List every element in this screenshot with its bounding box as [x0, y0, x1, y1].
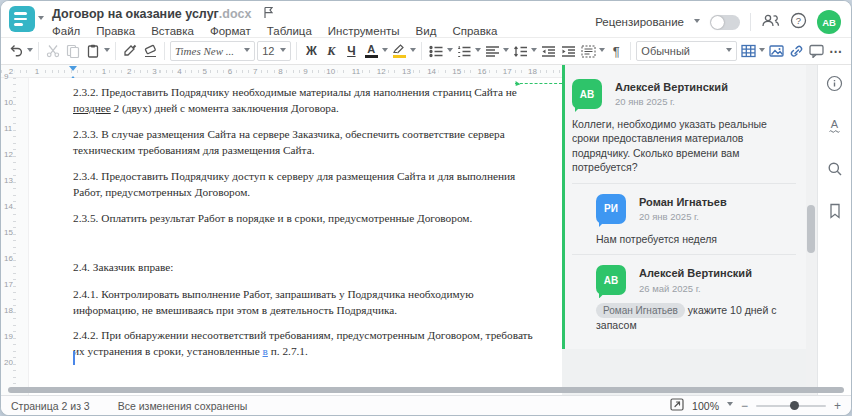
paragraph[interactable]: 2.4.2. При обнаружении несоответствий тр… — [73, 327, 536, 359]
paragraph-settings-button[interactable] — [579, 40, 597, 62]
text-run: п. 2.7.1. — [268, 345, 308, 357]
ruler-number: 17 — [4, 280, 13, 290]
text-line: 2.3.2. Предоставить Подрядчику необходим… — [73, 84, 536, 100]
bookmark-icon[interactable] — [828, 203, 842, 223]
insert-table-button[interactable] — [739, 40, 757, 62]
increase-indent-button[interactable] — [559, 40, 577, 62]
align-caret-icon[interactable] — [503, 48, 509, 55]
spellcheck-icon[interactable]: A — [826, 118, 843, 139]
help-icon[interactable]: ? — [790, 12, 807, 33]
line-spacing-button[interactable] — [511, 40, 529, 62]
comment-date: 20 янв 2025 г. — [615, 96, 728, 107]
cut-button[interactable] — [44, 40, 62, 62]
paragraph[interactable]: 2.3.3. В случае размещения Сайта на серв… — [73, 126, 536, 158]
review-toggle[interactable] — [710, 15, 740, 30]
text-run: их устранения в сроки, установленные — [73, 345, 263, 357]
flag-icon[interactable] — [263, 5, 274, 23]
zoom-slider[interactable] — [756, 405, 826, 407]
menu-item-5[interactable]: Таблица — [267, 25, 312, 37]
line-spacing-caret-icon[interactable] — [531, 48, 537, 55]
logo-menu-caret-icon[interactable] — [38, 16, 44, 23]
font-color-caret-icon[interactable] — [382, 48, 388, 55]
review-mode-label[interactable]: Рецензирование — [595, 16, 684, 28]
ruler-number: 12 — [375, 66, 388, 77]
paragraph-settings-caret-icon[interactable] — [599, 48, 605, 55]
paragraph[interactable]: 2.3.5. Оплатить результат Работ в порядк… — [73, 210, 536, 226]
menu-item-1[interactable]: Файл — [52, 25, 80, 37]
comment-text: Роман Игнатьев укажите 10 дней с запасом — [596, 303, 796, 332]
comment-item[interactable]: РИ Роман Игнатьев 20 янв 2025 г. Нам пот… — [596, 194, 796, 246]
paragraph[interactable]: 2.4. Заказчик вправе: — [73, 259, 536, 275]
insert-image-button[interactable] — [767, 40, 785, 62]
nonprinting-chars-button[interactable]: ¶ — [607, 40, 625, 62]
undo-button[interactable] — [7, 40, 25, 62]
numbered-list-caret-icon[interactable] — [475, 48, 481, 55]
highlight-caret-icon[interactable] — [410, 48, 416, 55]
ruler-number: 18 — [4, 306, 13, 316]
ruler-number: 11 — [350, 66, 362, 77]
font-size-select[interactable]: 12 — [257, 41, 291, 61]
menu-item-2[interactable]: Правка — [96, 25, 135, 37]
menu-item-4[interactable]: Формат — [210, 25, 251, 37]
menu-item-8[interactable]: Справка — [452, 25, 497, 37]
comment-item[interactable]: АВ Алексей Вертинский 20 янв 2025 г. Кол… — [572, 79, 796, 175]
paragraph[interactable]: 2.3.4. Предоставить Подрядчику доступ к … — [73, 168, 536, 200]
page-indicator[interactable]: Страница 2 из 3 — [11, 400, 90, 412]
mention-chip[interactable]: Роман Игнатьев — [596, 303, 685, 318]
comment-thread[interactable]: АВ Алексей Вертинский 20 янв 2025 г. Кол… — [562, 65, 806, 349]
font-color-button[interactable]: А — [362, 40, 380, 62]
menu-item-7[interactable]: Вид — [416, 25, 437, 37]
comment-divider — [572, 254, 796, 255]
clear-style-button[interactable] — [141, 40, 159, 62]
app-logo-icon[interactable] — [9, 6, 35, 32]
paragraph[interactable]: 2.4.1. Контролировать выполнение Работ, … — [73, 286, 536, 318]
svg-text:A: A — [831, 118, 839, 130]
document-info-icon[interactable] — [826, 75, 843, 96]
decrease-indent-button[interactable] — [539, 40, 557, 62]
zoom-out-button[interactable]: − — [741, 400, 748, 412]
align-button[interactable] — [483, 40, 501, 62]
paragraph[interactable]: 2.3.2. Предоставить Подрядчику необходим… — [73, 84, 536, 116]
text-run: 2.3.3. В случае размещения Сайта на серв… — [73, 128, 505, 140]
search-icon[interactable] — [827, 161, 843, 181]
vertical-scrollbar[interactable] — [806, 65, 817, 395]
insert-table-caret-icon[interactable] — [759, 48, 765, 55]
zoom-slider-handle[interactable] — [790, 401, 799, 410]
bullet-list-caret-icon[interactable] — [447, 48, 453, 55]
menu-item-3[interactable]: Вставка — [151, 25, 194, 37]
user-avatar[interactable]: АВ — [817, 10, 841, 34]
paste-caret-icon[interactable] — [104, 48, 110, 55]
paragraph-style-select[interactable]: Обычный — [636, 41, 737, 61]
menu-item-6[interactable]: Инструменты — [328, 25, 400, 37]
undo-caret-icon[interactable] — [27, 48, 33, 55]
comment-item[interactable]: АВ Алексей Вертинский 26 май 2025 г. Ром… — [596, 265, 796, 332]
text-run: 2.4.2. При обнаружении несоответствий тр… — [73, 329, 533, 341]
toolbar-more-button[interactable]: ⋯ — [827, 40, 845, 62]
text-run: 2 (двух) дней с момента заключения Догов… — [111, 102, 339, 114]
numbered-list-button[interactable] — [455, 40, 473, 62]
paste-button[interactable] — [84, 40, 102, 62]
review-caret-icon[interactable] — [694, 19, 700, 26]
underline-button[interactable]: Ч — [342, 40, 360, 62]
document-page[interactable]: 2.3.2. Предоставить Подрядчику необходим… — [29, 78, 562, 395]
copy-button[interactable] — [64, 40, 82, 62]
fit-width-icon[interactable] — [670, 398, 684, 413]
vertical-scrollbar-thumb[interactable] — [807, 205, 815, 253]
ruler-number: 5 — [201, 66, 209, 77]
text-run: техническим требованиям для размещения С… — [73, 144, 315, 156]
text-run-anchor: позднее — [73, 102, 111, 114]
comment-button[interactable] — [807, 40, 825, 62]
insert-link-button[interactable] — [787, 40, 805, 62]
bullet-list-button[interactable] — [427, 40, 445, 62]
zoom-caret-icon[interactable] — [727, 402, 733, 409]
font-name-select[interactable]: Times New ... — [170, 41, 255, 61]
zoom-in-button[interactable]: + — [834, 400, 841, 412]
collaborators-icon[interactable] — [761, 13, 780, 32]
copy-style-button[interactable] — [121, 40, 139, 62]
italic-button[interactable]: К — [322, 40, 340, 62]
horizontal-scrollbar-thumb[interactable] — [8, 387, 844, 393]
bold-button[interactable]: Ж — [302, 40, 320, 62]
highlight-color-button[interactable] — [390, 40, 408, 62]
zoom-value[interactable]: 100% — [692, 400, 719, 412]
status-bar: Страница 2 из 3 Все изменения сохранены … — [1, 395, 851, 415]
